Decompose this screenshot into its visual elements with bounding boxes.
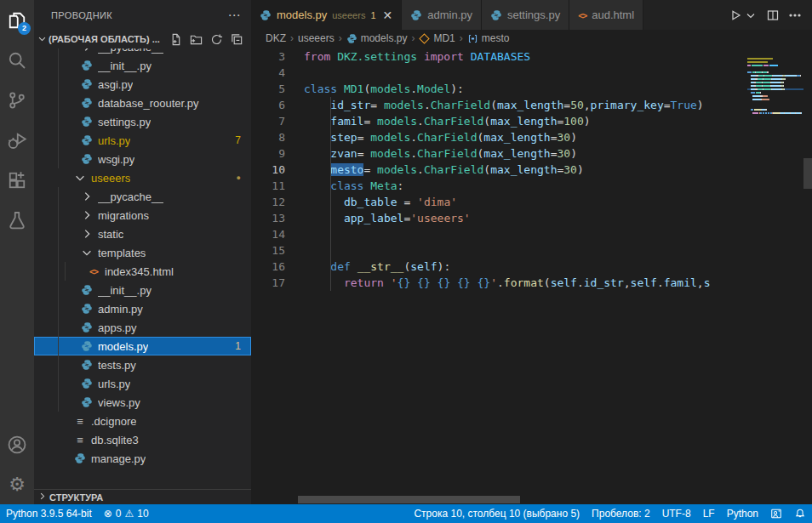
tree-item-label: apps.py	[98, 321, 137, 334]
tab-description: useeers	[332, 10, 365, 20]
code-line-16[interactable]: 16 def __str__(self):	[251, 259, 747, 275]
new-folder-icon[interactable]	[188, 31, 203, 47]
tree-item-migrations[interactable]: migrations	[34, 206, 251, 225]
python-file-icon	[80, 339, 94, 353]
python-file-icon	[80, 302, 94, 316]
breadcrumb-item-md1[interactable]: MD1	[419, 32, 455, 44]
tree-item-db-sqlite3[interactable]: ≡db.sqlite3	[34, 430, 251, 449]
tree-item-settings-py[interactable]: settings.py	[34, 112, 251, 131]
sidebar-more-actions[interactable]: ⋯	[228, 8, 241, 23]
search-icon[interactable]	[0, 40, 34, 80]
settings-gear-icon[interactable]: ⚙	[0, 464, 34, 504]
code-editor[interactable]: 3from DKZ.settings import DATABASES45cla…	[251, 47, 812, 504]
code-line-17[interactable]: 17 return '{} {} {} {} {}'.format(self.i…	[251, 275, 747, 291]
code-line-10[interactable]: 10 mesto= models.CharField(max_length=30…	[251, 162, 747, 178]
breadcrumb-item-useeers[interactable]: useeers	[298, 32, 335, 44]
tree-item-wsgi-py[interactable]: wsgi.py	[34, 150, 251, 168]
tree-item--dcignore[interactable]: ≡.dcignore	[34, 412, 251, 430]
close-icon[interactable]: ✕	[383, 9, 393, 22]
tree-item-index345-html[interactable]: <>index345.html	[34, 262, 251, 281]
code-line-9[interactable]: 9 zvan= models.CharField(max_length=30)	[251, 145, 747, 162]
python-file-icon	[80, 358, 94, 372]
tree-item--pycache-[interactable]: __pycache__	[34, 48, 251, 56]
indentation-status[interactable]: Пробелов: 2	[586, 504, 656, 523]
tab-admin-py[interactable]: admin.py	[402, 0, 482, 30]
run-icon[interactable]	[729, 9, 742, 22]
tree-item-templates[interactable]: templates	[34, 243, 251, 262]
line-number: 4	[251, 65, 285, 81]
tab-settings-py[interactable]: settings.py	[482, 0, 569, 30]
tree-item--pycache-[interactable]: __pycache__	[34, 187, 251, 206]
code-line-6[interactable]: 6 id_str= models.CharField(max_length=50…	[251, 97, 747, 113]
minimap-line	[747, 78, 803, 80]
breadcrumb-item-models-py[interactable]: models.py	[346, 32, 408, 44]
breadcrumb-item-mesto[interactable]: mesto	[467, 32, 510, 44]
split-editor-icon[interactable]	[766, 9, 780, 22]
tree-item-useeers[interactable]: useeers●	[34, 168, 251, 187]
code-line-12[interactable]: 12 db_table = 'dima'	[251, 194, 747, 210]
account-icon[interactable]	[0, 424, 34, 464]
breadcrumb: DKZ›useeers›models.py›MD1›mesto	[251, 30, 747, 47]
code-line-13[interactable]: 13 app_label='useeers'	[251, 210, 747, 226]
tab-label: settings.py	[507, 9, 560, 21]
workspace-section-header[interactable]: (РАБОЧАЯ ОБЛАСТЬ) ...	[34, 30, 251, 48]
breadcrumb-item-dkz[interactable]: DKZ	[266, 32, 286, 44]
refresh-icon[interactable]	[209, 31, 224, 47]
more-actions-icon[interactable]	[788, 9, 802, 22]
tree-item-label: migrations	[98, 209, 149, 222]
code-line-15[interactable]: 15	[251, 242, 747, 259]
encoding-status[interactable]: UTF-8	[656, 504, 697, 523]
tree-item--init-py[interactable]: __init__.py	[34, 56, 251, 75]
code-line-7[interactable]: 7 famil= models.CharField(max_length=100…	[251, 113, 747, 129]
notifications-bell-icon[interactable]	[788, 504, 812, 523]
tree-item-apps-py[interactable]: apps.py	[34, 318, 251, 337]
code-line-4[interactable]: 4	[251, 65, 747, 81]
tree-item-admin-py[interactable]: admin.py	[34, 299, 251, 318]
tree-item-static[interactable]: static	[34, 225, 251, 243]
problems-status[interactable]: ⊗ 0 ⚠ 10	[98, 504, 155, 523]
code-line-8[interactable]: 8 step= models.CharField(max_length=30)	[251, 129, 747, 145]
code-line-11[interactable]: 11 class Meta:	[251, 178, 747, 194]
tree-item-label: admin.py	[98, 303, 143, 316]
minimap[interactable]	[747, 58, 803, 116]
code-line-5[interactable]: 5class MD1(models.Model):	[251, 81, 747, 97]
problems-count-badge: 1	[235, 340, 241, 352]
tree-item-asgi-py[interactable]: asgi.py	[34, 75, 251, 94]
python-interpreter-status[interactable]: Python 3.9.5 64-bit	[0, 504, 98, 523]
tree-item-models-py[interactable]: models.py1	[34, 337, 251, 355]
python-file-icon	[80, 96, 94, 110]
language-mode-status[interactable]: Python	[721, 504, 764, 523]
testing-icon[interactable]	[0, 200, 34, 240]
minimap-line	[747, 112, 803, 114]
breadcrumb-separator: ›	[290, 32, 294, 44]
tab-models-py[interactable]: models.pyuseeers1✕	[251, 0, 402, 30]
line-number: 16	[251, 259, 285, 275]
tree-item-label: wsgi.py	[98, 153, 134, 166]
text-file-icon: ≡	[73, 433, 87, 446]
tree-item-manage-py[interactable]: manage.py	[34, 449, 251, 468]
tab-aud-html[interactable]: <>aud.html	[569, 0, 643, 30]
tree-item--init-py[interactable]: __init__.py	[34, 281, 251, 299]
run-debug-icon[interactable]	[0, 120, 34, 160]
collapse-all-icon[interactable]	[229, 31, 244, 47]
cursor-position-status[interactable]: Строка 10, столбец 10 (выбрано 5)	[408, 504, 586, 523]
tree-item-views-py[interactable]: views.py	[34, 393, 251, 412]
new-file-icon[interactable]	[168, 31, 183, 47]
run-dropdown-icon[interactable]	[744, 9, 758, 22]
tree-item-urls-py[interactable]: urls.py7	[34, 131, 251, 150]
tree-item-tests-py[interactable]: tests.py	[34, 355, 251, 374]
eol-status[interactable]: LF	[697, 504, 721, 523]
minimap-line	[747, 68, 803, 70]
source-control-icon[interactable]	[0, 80, 34, 120]
feedback-icon[interactable]	[764, 504, 788, 523]
outline-section-header[interactable]: СТРУКТУРА	[34, 489, 251, 504]
extensions-icon[interactable]	[0, 160, 34, 200]
vertical-scrollbar[interactable]	[803, 158, 812, 189]
explorer-icon[interactable]: 2	[0, 0, 34, 40]
code-line-3[interactable]: 3from DKZ.settings import DATABASES	[251, 48, 747, 65]
breadcrumb-separator: ›	[411, 32, 415, 44]
horizontal-scrollbar[interactable]	[298, 496, 520, 503]
code-line-14[interactable]: 14	[251, 226, 747, 242]
tree-item-urls-py[interactable]: urls.py	[34, 374, 251, 393]
tree-item-database-roouter-py[interactable]: database_roouter.py	[34, 94, 251, 112]
